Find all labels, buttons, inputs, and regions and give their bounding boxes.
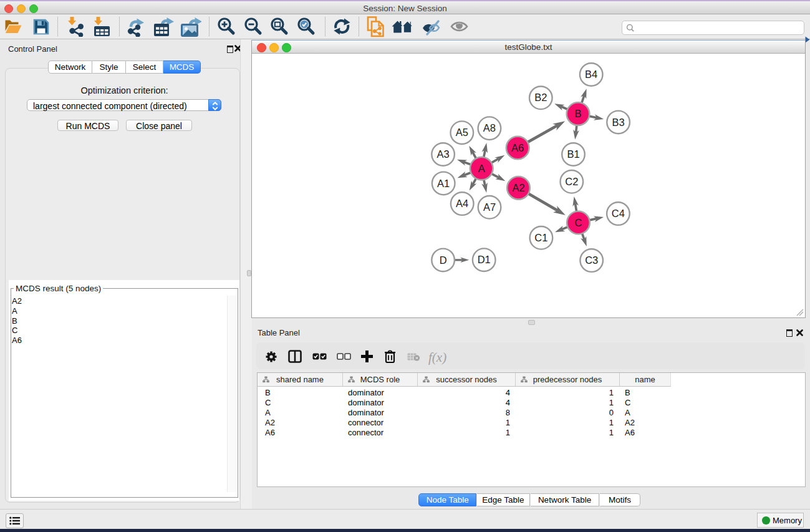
svg-text:A5: A5 [456, 127, 468, 138]
svg-text:B1: B1 [567, 148, 579, 160]
svg-text:A2: A2 [512, 182, 524, 193]
svg-text:B2: B2 [534, 92, 547, 103]
svg-text:C: C [575, 217, 582, 228]
svg-text:B: B [574, 108, 581, 119]
svg-text:C3: C3 [585, 254, 598, 266]
svg-text:B4: B4 [585, 69, 597, 80]
svg-text:C2: C2 [565, 176, 578, 187]
svg-text:C1: C1 [534, 232, 547, 243]
svg-text:A7: A7 [483, 201, 496, 213]
svg-text:B3: B3 [612, 117, 625, 128]
svg-text:A6: A6 [511, 142, 524, 153]
svg-text:D: D [440, 254, 447, 266]
svg-text:A1: A1 [437, 178, 450, 189]
svg-text:C4: C4 [612, 208, 625, 219]
svg-text:A4: A4 [456, 198, 468, 209]
svg-text:A: A [478, 163, 485, 174]
svg-text:D1: D1 [478, 254, 491, 265]
svg-text:A3: A3 [437, 148, 450, 160]
svg-text:A8: A8 [483, 122, 496, 133]
